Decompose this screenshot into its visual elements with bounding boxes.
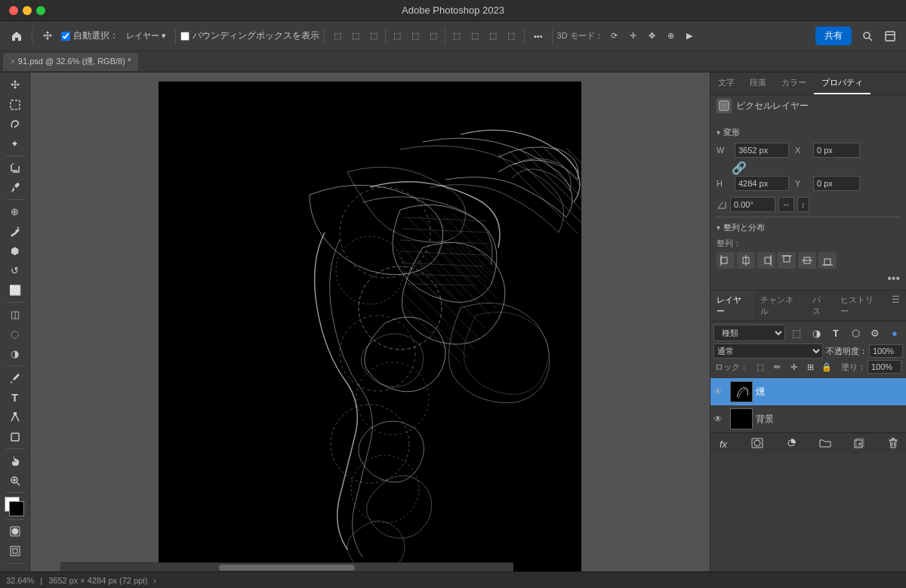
healing-brush-tool[interactable]: ⊕ <box>3 202 27 221</box>
layer-item-smoke[interactable]: 👁 燻 <box>710 378 906 405</box>
brush-tool[interactable] <box>3 222 27 241</box>
eraser-tool[interactable]: ⬜ <box>3 281 27 300</box>
align-top-edge[interactable] <box>778 252 796 269</box>
color-swatch[interactable] <box>3 495 27 517</box>
more-options-button[interactable]: ••• <box>529 26 547 47</box>
align-left-button[interactable]: ⬚ <box>329 26 346 47</box>
maximize-button[interactable] <box>36 6 45 15</box>
layer-item-background[interactable]: 👁 背景 <box>710 405 906 433</box>
fx-button[interactable]: fx <box>715 436 732 452</box>
pen-tool[interactable] <box>3 368 27 387</box>
flip-h-button[interactable]: ↔ <box>778 197 794 212</box>
3d-zoom-button[interactable]: ✥ <box>644 26 660 47</box>
lock-artboard-button[interactable]: ⊞ <box>803 360 818 374</box>
shape-tool[interactable] <box>3 427 27 446</box>
x-input[interactable] <box>813 143 860 158</box>
scroll-thumb-h[interactable] <box>219 565 355 571</box>
mask-button[interactable] <box>3 522 27 541</box>
text-tool[interactable]: T <box>3 388 27 407</box>
tab-color[interactable]: カラー <box>774 72 814 94</box>
align-toggle[interactable]: ▾ <box>716 223 720 232</box>
lock-pixels-button[interactable]: ⬚ <box>753 360 768 374</box>
3d-camera-button[interactable]: ⊕ <box>663 26 679 47</box>
align-top-button[interactable]: ⬚ <box>389 26 405 47</box>
eyedropper-tool[interactable] <box>3 178 27 197</box>
align-left-edge[interactable] <box>716 252 735 269</box>
layer-filter-adjust[interactable]: ◑ <box>808 325 824 341</box>
3d-rotate-button[interactable]: ⟳ <box>606 26 622 47</box>
frame-button[interactable] <box>3 542 27 561</box>
share-button[interactable]: 共有 <box>815 26 852 45</box>
new-layer-button[interactable] <box>851 436 867 452</box>
width-input[interactable] <box>735 143 789 158</box>
move-tool-button[interactable] <box>37 26 58 47</box>
select-tool[interactable] <box>3 95 27 114</box>
horizontal-scrollbar[interactable] <box>60 562 513 571</box>
more-align-button[interactable]: ••• <box>887 272 900 285</box>
blend-mode-select[interactable]: 通常 <box>713 343 823 359</box>
distribute2-button[interactable]: ⬚ <box>467 26 483 47</box>
align-mid-button[interactable]: ⬚ <box>407 26 424 47</box>
layer-eye-background[interactable]: 👁 <box>713 414 727 424</box>
fill-input[interactable] <box>867 360 901 374</box>
tab-text[interactable]: 文字 <box>710 72 742 94</box>
y-input[interactable] <box>813 176 860 191</box>
workspace-button[interactable] <box>880 26 900 47</box>
transform-toggle[interactable]: ▾ <box>716 128 720 137</box>
angle-input[interactable] <box>730 197 775 212</box>
align-right-button[interactable]: ⬚ <box>365 26 382 47</box>
clone-stamp-tool[interactable]: ⬢ <box>3 242 27 260</box>
height-input[interactable] <box>735 176 789 191</box>
canvas-area[interactable] <box>30 72 710 588</box>
lock-draw-button[interactable]: ✏ <box>769 360 784 374</box>
crop-tool[interactable] <box>3 159 27 177</box>
layer-filter-toggle[interactable]: ● <box>886 325 903 341</box>
tab-close-x[interactable]: × <box>11 57 15 66</box>
layer-filter-smart[interactable]: ⚙ <box>867 325 883 341</box>
layer-filter-select[interactable]: 種類 <box>713 325 785 341</box>
layer-filter-text[interactable]: T <box>827 325 844 341</box>
hand-tool[interactable] <box>3 451 27 470</box>
move-tool[interactable] <box>3 75 27 94</box>
layers-more-button[interactable]: ☰ <box>886 291 906 321</box>
home-button[interactable] <box>6 26 27 47</box>
flip-v-button[interactable]: ↕ <box>797 197 809 212</box>
lasso-tool[interactable] <box>3 115 27 134</box>
tab-channels[interactable]: チャンネル <box>754 291 806 321</box>
blur-tool[interactable]: ◌ <box>3 325 27 343</box>
align-center-button[interactable]: ⬚ <box>347 26 364 47</box>
delete-layer-button[interactable] <box>885 436 901 452</box>
layer-eye-smoke[interactable]: 👁 <box>713 386 727 397</box>
align-right-edge[interactable] <box>757 252 775 269</box>
show-bounds-checkbox[interactable]: バウンディングボックスを表示 <box>180 29 319 42</box>
background-color[interactable] <box>9 501 24 516</box>
document-tab[interactable]: × 91.psd @ 32.6% (燻, RGB/8) * <box>3 53 138 71</box>
tab-paths[interactable]: パス <box>806 291 834 321</box>
3d-pan-button[interactable]: ✛ <box>625 26 641 47</box>
3d-video-button[interactable]: ▶ <box>682 26 697 47</box>
minimize-button[interactable] <box>23 6 32 15</box>
tab-paragraph[interactable]: 段落 <box>742 72 774 94</box>
path-select-tool[interactable] <box>3 408 27 426</box>
distribute3-button[interactable]: ⬚ <box>485 26 501 47</box>
layer-dropdown[interactable]: レイヤー ▾ <box>122 26 171 47</box>
status-arrow[interactable]: › <box>153 576 156 585</box>
zoom-tool[interactable] <box>3 471 27 490</box>
gradient-tool[interactable]: ◫ <box>3 305 27 324</box>
close-button[interactable] <box>9 6 18 15</box>
align-center-h[interactable] <box>737 252 755 269</box>
lock-move-button[interactable]: ✛ <box>786 360 801 374</box>
tab-history[interactable]: ヒストリー <box>834 291 886 321</box>
opacity-input[interactable] <box>869 344 903 358</box>
distribute-button[interactable]: ⬚ <box>448 26 465 47</box>
tab-layers[interactable]: レイヤー <box>710 291 754 321</box>
layer-filter-type[interactable]: ⬚ <box>788 325 805 341</box>
magic-wand-tool[interactable]: ✦ <box>3 134 27 153</box>
tab-properties[interactable]: プロパティ <box>814 72 871 94</box>
align-bottom-edge[interactable] <box>818 252 837 269</box>
add-mask-button[interactable] <box>749 436 766 452</box>
search-button[interactable] <box>858 26 877 47</box>
adjustment-button[interactable] <box>783 436 800 452</box>
dodge-tool[interactable]: ◑ <box>3 344 27 363</box>
history-brush-tool[interactable]: ↺ <box>3 261 27 280</box>
